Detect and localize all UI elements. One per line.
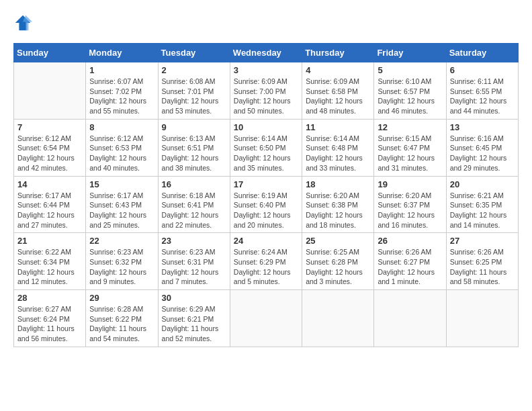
- calendar-cell: 18Sunrise: 6:20 AMSunset: 6:38 PMDayligh…: [302, 176, 374, 233]
- calendar-cell: 5Sunrise: 6:10 AMSunset: 6:57 PMDaylight…: [374, 62, 446, 120]
- day-number: 22: [89, 236, 154, 246]
- day-number: 4: [306, 65, 370, 75]
- day-number: 29: [89, 293, 154, 303]
- day-info: Sunrise: 6:17 AMSunset: 6:44 PMDaylight:…: [17, 191, 82, 230]
- day-number: 5: [378, 65, 442, 75]
- day-number: 21: [17, 236, 82, 246]
- day-info: Sunrise: 6:23 AMSunset: 6:31 PMDaylight:…: [162, 247, 226, 287]
- day-info: Sunrise: 6:25 AMSunset: 6:28 PMDaylight:…: [306, 247, 370, 287]
- day-info: Sunrise: 6:22 AMSunset: 6:34 PMDaylight:…: [17, 247, 82, 287]
- calendar-cell: 13Sunrise: 6:16 AMSunset: 6:45 PMDayligh…: [446, 119, 518, 176]
- calendar-day-header: Saturday: [446, 44, 518, 62]
- calendar-cell: 4Sunrise: 6:09 AMSunset: 6:58 PMDaylight…: [302, 62, 374, 120]
- calendar-cell: 14Sunrise: 6:17 AMSunset: 6:44 PMDayligh…: [14, 176, 86, 233]
- calendar-week-row: 28Sunrise: 6:27 AMSunset: 6:24 PMDayligh…: [14, 290, 519, 347]
- day-number: 8: [89, 122, 154, 132]
- day-info: Sunrise: 6:12 AMSunset: 6:54 PMDaylight:…: [17, 134, 82, 173]
- calendar-week-row: 21Sunrise: 6:22 AMSunset: 6:34 PMDayligh…: [14, 233, 519, 290]
- calendar-cell: 27Sunrise: 6:26 AMSunset: 6:25 PMDayligh…: [446, 233, 518, 290]
- day-info: Sunrise: 6:26 AMSunset: 6:27 PMDaylight:…: [378, 247, 442, 287]
- day-number: 25: [306, 236, 370, 246]
- calendar-cell: 9Sunrise: 6:13 AMSunset: 6:51 PMDaylight…: [158, 119, 230, 176]
- calendar-cell: [14, 62, 86, 120]
- day-info: Sunrise: 6:15 AMSunset: 6:47 PMDaylight:…: [378, 134, 442, 173]
- day-info: Sunrise: 6:20 AMSunset: 6:38 PMDaylight:…: [306, 191, 370, 230]
- day-info: Sunrise: 6:24 AMSunset: 6:29 PMDaylight:…: [234, 247, 298, 287]
- calendar-day-header: Wednesday: [230, 44, 302, 62]
- calendar-day-header: Friday: [374, 44, 446, 62]
- day-info: Sunrise: 6:18 AMSunset: 6:41 PMDaylight:…: [162, 191, 226, 230]
- calendar-cell: [374, 290, 446, 347]
- day-number: 11: [306, 122, 370, 132]
- day-number: 26: [378, 236, 442, 246]
- calendar-day-header: Sunday: [14, 44, 86, 62]
- day-number: 1: [89, 65, 154, 75]
- day-info: Sunrise: 6:11 AMSunset: 6:55 PMDaylight:…: [450, 77, 515, 116]
- calendar-cell: 8Sunrise: 6:12 AMSunset: 6:53 PMDaylight…: [86, 119, 158, 176]
- calendar-cell: 2Sunrise: 6:08 AMSunset: 7:01 PMDaylight…: [158, 62, 230, 120]
- calendar-cell: 24Sunrise: 6:24 AMSunset: 6:29 PMDayligh…: [230, 233, 302, 290]
- day-info: Sunrise: 6:09 AMSunset: 6:58 PMDaylight:…: [306, 77, 370, 116]
- calendar-cell: 22Sunrise: 6:23 AMSunset: 6:32 PMDayligh…: [86, 233, 158, 290]
- day-info: Sunrise: 6:10 AMSunset: 6:57 PMDaylight:…: [378, 77, 442, 116]
- calendar-week-row: 7Sunrise: 6:12 AMSunset: 6:54 PMDaylight…: [14, 119, 519, 176]
- calendar-cell: [230, 290, 302, 347]
- day-info: Sunrise: 6:14 AMSunset: 6:50 PMDaylight:…: [234, 134, 298, 173]
- logo: [13, 13, 35, 32]
- day-info: Sunrise: 6:21 AMSunset: 6:35 PMDaylight:…: [450, 191, 515, 230]
- day-number: 10: [234, 122, 298, 132]
- calendar-cell: 6Sunrise: 6:11 AMSunset: 6:55 PMDaylight…: [446, 62, 518, 120]
- day-number: 20: [450, 179, 515, 189]
- day-number: 16: [162, 179, 226, 189]
- day-number: 6: [450, 65, 515, 75]
- calendar-cell: 25Sunrise: 6:25 AMSunset: 6:28 PMDayligh…: [302, 233, 374, 290]
- calendar-cell: 15Sunrise: 6:17 AMSunset: 6:43 PMDayligh…: [86, 176, 158, 233]
- calendar-cell: 12Sunrise: 6:15 AMSunset: 6:47 PMDayligh…: [374, 119, 446, 176]
- day-number: 19: [378, 179, 442, 189]
- day-number: 17: [234, 179, 298, 189]
- calendar-table: SundayMondayTuesdayWednesdayThursdayFrid…: [13, 43, 519, 347]
- day-number: 27: [450, 236, 515, 246]
- calendar-cell: 26Sunrise: 6:26 AMSunset: 6:27 PMDayligh…: [374, 233, 446, 290]
- day-info: Sunrise: 6:08 AMSunset: 7:01 PMDaylight:…: [162, 77, 226, 116]
- day-number: 28: [17, 293, 82, 303]
- calendar-cell: 21Sunrise: 6:22 AMSunset: 6:34 PMDayligh…: [14, 233, 86, 290]
- day-info: Sunrise: 6:26 AMSunset: 6:25 PMDaylight:…: [450, 247, 515, 287]
- day-number: 15: [89, 179, 154, 189]
- day-number: 13: [450, 122, 515, 132]
- calendar-cell: 20Sunrise: 6:21 AMSunset: 6:35 PMDayligh…: [446, 176, 518, 233]
- calendar-cell: 19Sunrise: 6:20 AMSunset: 6:37 PMDayligh…: [374, 176, 446, 233]
- day-number: 3: [234, 65, 298, 75]
- day-number: 9: [162, 122, 226, 132]
- day-number: 23: [162, 236, 226, 246]
- day-number: 7: [17, 122, 82, 132]
- day-info: Sunrise: 6:07 AMSunset: 7:02 PMDaylight:…: [89, 77, 154, 116]
- calendar-cell: 3Sunrise: 6:09 AMSunset: 7:00 PMDaylight…: [230, 62, 302, 120]
- calendar-cell: 30Sunrise: 6:29 AMSunset: 6:21 PMDayligh…: [158, 290, 230, 347]
- calendar-cell: 7Sunrise: 6:12 AMSunset: 6:54 PMDaylight…: [14, 119, 86, 176]
- day-info: Sunrise: 6:27 AMSunset: 6:24 PMDaylight:…: [17, 304, 82, 344]
- day-info: Sunrise: 6:09 AMSunset: 7:00 PMDaylight:…: [234, 77, 298, 116]
- day-number: 30: [162, 293, 226, 303]
- day-info: Sunrise: 6:14 AMSunset: 6:48 PMDaylight:…: [306, 134, 370, 173]
- calendar-header-row: SundayMondayTuesdayWednesdayThursdayFrid…: [14, 44, 519, 62]
- calendar-cell: 28Sunrise: 6:27 AMSunset: 6:24 PMDayligh…: [14, 290, 86, 347]
- calendar-day-header: Tuesday: [158, 44, 230, 62]
- day-info: Sunrise: 6:16 AMSunset: 6:45 PMDaylight:…: [450, 134, 515, 173]
- day-number: 14: [17, 179, 82, 189]
- calendar-cell: 1Sunrise: 6:07 AMSunset: 7:02 PMDaylight…: [86, 62, 158, 120]
- calendar-cell: 16Sunrise: 6:18 AMSunset: 6:41 PMDayligh…: [158, 176, 230, 233]
- day-info: Sunrise: 6:19 AMSunset: 6:40 PMDaylight:…: [234, 191, 298, 230]
- day-info: Sunrise: 6:28 AMSunset: 6:22 PMDaylight:…: [89, 304, 154, 344]
- day-number: 12: [378, 122, 442, 132]
- logo-icon: [13, 13, 32, 32]
- day-info: Sunrise: 6:13 AMSunset: 6:51 PMDaylight:…: [162, 134, 226, 173]
- calendar-cell: 23Sunrise: 6:23 AMSunset: 6:31 PMDayligh…: [158, 233, 230, 290]
- day-info: Sunrise: 6:23 AMSunset: 6:32 PMDaylight:…: [89, 247, 154, 287]
- calendar-cell: 10Sunrise: 6:14 AMSunset: 6:50 PMDayligh…: [230, 119, 302, 176]
- calendar-cell: 29Sunrise: 6:28 AMSunset: 6:22 PMDayligh…: [86, 290, 158, 347]
- day-number: 18: [306, 179, 370, 189]
- day-info: Sunrise: 6:12 AMSunset: 6:53 PMDaylight:…: [89, 134, 154, 173]
- calendar-cell: 11Sunrise: 6:14 AMSunset: 6:48 PMDayligh…: [302, 119, 374, 176]
- day-info: Sunrise: 6:29 AMSunset: 6:21 PMDaylight:…: [162, 304, 226, 344]
